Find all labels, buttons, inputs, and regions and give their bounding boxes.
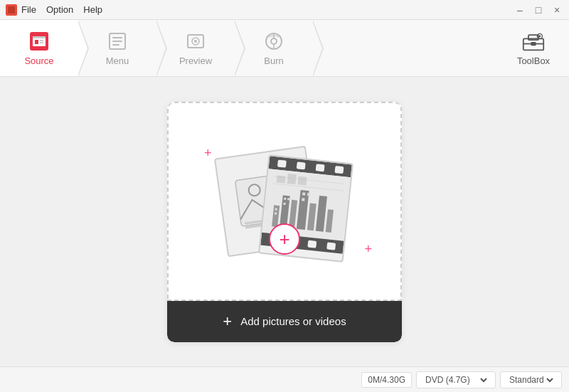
svg-rect-0 [8, 6, 15, 14]
maximize-button[interactable]: □ [532, 4, 545, 16]
storage-indicator: 0M/4.30G [361, 372, 412, 388]
svg-point-23 [539, 36, 541, 38]
nav-menu[interactable]: Menu [78, 20, 156, 76]
dvd-select[interactable]: DVD (4.7G) DVD-9 (8.5G) Blu-ray 25G [422, 374, 489, 386]
svg-rect-45 [277, 175, 286, 183]
svg-rect-46 [287, 174, 297, 184]
source-icon [28, 30, 50, 53]
svg-line-43 [272, 183, 343, 190]
dvd-selector[interactable]: DVD (4.7G) DVD-9 (8.5G) Blu-ray 25G [416, 371, 496, 388]
nav-bar: Source Menu Preview [0, 20, 569, 77]
menu-nav-label: Menu [106, 55, 129, 66]
window-controls: – □ × [514, 4, 563, 16]
title-bar: File Option Help – □ × [0, 0, 569, 20]
svg-rect-6 [40, 42, 43, 43]
quality-select[interactable]: Standard High Low [506, 374, 555, 386]
close-button[interactable]: × [551, 4, 563, 16]
quality-selector[interactable]: Standard High Low [500, 371, 562, 388]
add-label: Add pictures or videos [240, 315, 346, 327]
add-bar[interactable]: + Add pictures or videos [167, 301, 402, 342]
deco-plus-bottomright: + [364, 242, 372, 257]
drop-zone[interactable]: + + [167, 102, 402, 342]
menu-option[interactable]: Option [46, 4, 73, 15]
svg-rect-4 [35, 40, 38, 44]
illustration: + [213, 144, 356, 272]
svg-rect-32 [307, 203, 317, 231]
nav-source[interactable]: Source [0, 20, 78, 76]
app-icon [6, 4, 17, 16]
svg-point-15 [271, 38, 277, 44]
nav-preview[interactable]: Preview [156, 20, 235, 76]
svg-rect-8 [112, 37, 122, 38]
burn-icon [262, 30, 285, 53]
storage-text: 0M/4.30G [368, 375, 405, 385]
toolbox-button[interactable]: ToolBox [505, 20, 562, 76]
drop-zone-inner: + + [167, 102, 402, 301]
svg-rect-3 [33, 36, 46, 38]
nav-burn[interactable]: Burn [235, 20, 313, 76]
svg-point-13 [194, 40, 197, 43]
deco-plus-topleft: + [204, 146, 212, 161]
svg-rect-9 [112, 41, 122, 42]
burn-label: Burn [264, 55, 283, 66]
source-label: Source [24, 55, 53, 66]
svg-rect-33 [316, 195, 327, 231]
minimize-button[interactable]: – [514, 4, 526, 16]
svg-rect-10 [112, 44, 119, 46]
svg-rect-5 [40, 40, 43, 41]
svg-rect-34 [326, 209, 334, 233]
svg-rect-21 [531, 42, 536, 46]
menu-help[interactable]: Help [83, 4, 102, 15]
add-plus-icon: + [223, 312, 232, 331]
menu-file[interactable]: File [21, 4, 36, 15]
svg-rect-47 [297, 176, 307, 185]
add-circle-button[interactable]: + [269, 223, 300, 255]
preview-icon [184, 30, 207, 53]
menu-bar: File Option Help [21, 4, 102, 15]
menu-nav-icon [106, 30, 129, 53]
main-content: + + [0, 77, 569, 366]
toolbox-icon [522, 30, 545, 53]
preview-label: Preview [179, 55, 212, 66]
toolbox-label: ToolBox [517, 55, 550, 66]
status-bar: 0M/4.30G DVD (4.7G) DVD-9 (8.5G) Blu-ray… [0, 366, 569, 392]
